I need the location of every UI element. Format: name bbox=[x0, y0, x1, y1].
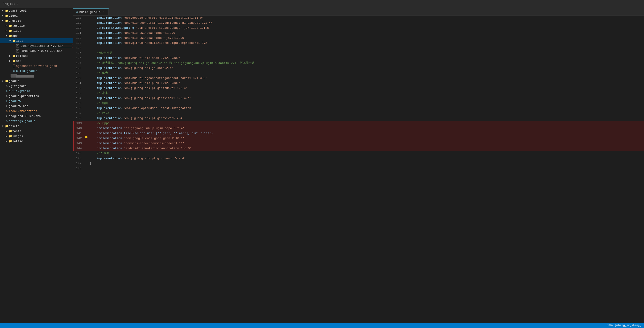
line-content-125: //华为扫描 bbox=[88, 51, 644, 56]
code-row-142: 142 implementation 'com.google.code.gson… bbox=[73, 136, 644, 141]
tree-item-assets[interactable]: ▼📁assets bbox=[0, 124, 73, 129]
line-number-141: 141 bbox=[74, 131, 84, 136]
tree-item-settings_gradle[interactable]: ⚙settings.gradle bbox=[0, 119, 73, 124]
project-title[interactable]: Project ▾ bbox=[3, 2, 18, 6]
code-row-148: 148 bbox=[73, 166, 644, 171]
tree-item-dart_tool[interactable]: ▶📁.dart_tool bbox=[0, 8, 73, 13]
line-number-126: 126 bbox=[73, 56, 84, 61]
tree-icon-agconnect: {} bbox=[12, 64, 16, 67]
tree-arrow-libs[interactable]: ▼ bbox=[8, 40, 12, 42]
tree-arrow-app[interactable]: ▼ bbox=[4, 35, 8, 37]
project-label: Project bbox=[3, 2, 15, 6]
code-row-122: 122 implementation 'androidx.window:wind… bbox=[73, 36, 644, 41]
line-number-140: 140 bbox=[74, 126, 84, 131]
line-number-123: 123 bbox=[73, 41, 84, 46]
tree-item-idea_root[interactable]: ▶📁.idea bbox=[0, 13, 73, 18]
line-content-146: implementation 'cn.jiguang.sdk.plugin:ho… bbox=[88, 156, 644, 161]
tree-item-hipush[interactable]: AHiPushSDK-7.0.61.302.aar bbox=[0, 48, 73, 53]
tree-icon-src: 📁 bbox=[12, 59, 16, 63]
editor-content[interactable]: 118 implementation 'com.google.android.m… bbox=[73, 15, 644, 323]
tree-arrow-images[interactable]: ▶ bbox=[4, 135, 8, 138]
tree-item-build_gradle_app[interactable]: ⚙build.gradle bbox=[0, 68, 73, 73]
tree-arrow-src[interactable]: ▶ bbox=[8, 59, 12, 62]
line-number-119: 119 bbox=[73, 20, 84, 25]
tree-item-com_heytap[interactable]: Acom.heytap.msp_3.4.0.aar bbox=[0, 43, 73, 48]
tree-item-proguard[interactable]: ≡proguard-rules.pro bbox=[0, 114, 73, 119]
line-number-145: 145 bbox=[73, 151, 84, 156]
tree-label-gradle_android: .gradle bbox=[12, 24, 73, 28]
line-content-142: implementation 'com.google.code.gson:gso… bbox=[88, 136, 644, 141]
tree-item-build_gradle_root[interactable]: ⚙build.gradle bbox=[0, 89, 73, 94]
sidebar: ▶📁.dart_tool▶📁.idea▼📁android▶📁.gradle▶📁.… bbox=[0, 8, 73, 323]
tree-icon-gradle_properties: ⚙ bbox=[4, 94, 9, 98]
tree-icon-gradle_android: 📁 bbox=[8, 24, 12, 28]
line-number-137: 137 bbox=[73, 111, 84, 116]
tree-item-fonts[interactable]: ▶📁fonts bbox=[0, 129, 73, 134]
tree-item-libs[interactable]: ▼📁libs bbox=[0, 38, 73, 43]
line-content-145: /// 荣耀 bbox=[88, 151, 644, 156]
tree-item-app_extra[interactable]: ████████████████ bbox=[0, 73, 73, 78]
tree-icon-images: 📁 bbox=[8, 135, 12, 138]
tree-item-gradle_properties[interactable]: ⚙gradle.properties bbox=[0, 94, 73, 99]
tree-arrow-android[interactable]: ▼ bbox=[1, 20, 4, 22]
tree-arrow-gradle_root[interactable]: ▶ bbox=[1, 80, 4, 82]
line-number-139: 139 bbox=[74, 121, 84, 126]
line-number-129: 129 bbox=[73, 71, 84, 76]
build-gradle-tab[interactable]: ⚙ build.gradle × bbox=[73, 8, 109, 15]
tree-icon-libs: 📁 bbox=[12, 39, 16, 43]
line-content-119: implementation 'androidx.constraintlayou… bbox=[88, 20, 644, 25]
tree-arrow-idea_android[interactable]: ▶ bbox=[4, 29, 8, 32]
tree-label-app: app bbox=[12, 34, 73, 38]
code-row-121: 121 implementation 'androidx.window:wind… bbox=[73, 30, 644, 36]
code-row-127: 127 // 极光推送 'cn.jiguang.sdk:jpush:5.2.4'… bbox=[73, 61, 644, 66]
project-dropdown-icon[interactable]: ▾ bbox=[17, 2, 18, 5]
code-row-128: 128 implementation 'cn.jiguang.sdk:jpush… bbox=[73, 66, 644, 71]
tree-item-gradlew[interactable]: ≡gradlew bbox=[0, 99, 73, 104]
tree-arrow-gradle_android[interactable]: ▶ bbox=[4, 24, 8, 27]
tree-item-android[interactable]: ▼📁android bbox=[0, 18, 73, 23]
tree-item-idea_android[interactable]: ▶📁.idea bbox=[0, 28, 73, 33]
line-content-143: implementation 'commons-codec:commons-co… bbox=[88, 141, 644, 146]
tree-arrow-lottie[interactable]: ▶ bbox=[4, 140, 8, 143]
tree-item-src[interactable]: ▶📁src bbox=[0, 58, 73, 63]
tree-item-app[interactable]: ▼📁app bbox=[0, 33, 73, 38]
tree-arrow-assets[interactable]: ▼ bbox=[1, 125, 4, 128]
tree-icon-gradlew_bat: ≡ bbox=[4, 105, 9, 107]
code-row-138: 138 implementation 'cn.jiguang.sdk.plugi… bbox=[73, 116, 644, 121]
tree-arrow-fonts[interactable]: ▶ bbox=[4, 130, 8, 133]
tree-icon-com_heytap: A bbox=[16, 44, 20, 47]
tab-close-button[interactable]: × bbox=[102, 10, 105, 14]
tree-item-gradlew_bat[interactable]: ≡gradlew.bat bbox=[0, 104, 73, 109]
tree-item-lottie[interactable]: ▶📁lottie bbox=[0, 139, 73, 144]
gradle-tab-icon: ⚙ bbox=[76, 10, 78, 14]
code-row-131: 131 implementation 'com.huawei.hms:push:… bbox=[73, 81, 644, 86]
tree-item-local_properties[interactable]: ⚙local.properties bbox=[0, 109, 73, 114]
tree-item-gitignore[interactable]: ◎.gitignore bbox=[0, 83, 73, 89]
line-number-147: 147 bbox=[73, 161, 84, 166]
tree-item-agconnect[interactable]: {}agconnect-services.json bbox=[0, 63, 73, 68]
tree-label-agconnect: agconnect-services.json bbox=[16, 64, 73, 68]
tree-item-release[interactable]: ▶📁release bbox=[0, 53, 73, 58]
tree-item-gradle_root[interactable]: ▶📁gradle bbox=[0, 78, 73, 83]
line-content-141: implementation fileTree(include: ['*.jar… bbox=[88, 131, 644, 136]
line-number-134: 134 bbox=[73, 96, 84, 101]
line-content-136: implementation 'com.amap.api:3dmap:lates… bbox=[88, 106, 644, 111]
tree-label-build_gradle_root: build.gradle bbox=[9, 89, 73, 93]
line-number-146: 146 bbox=[73, 156, 84, 161]
tree-label-gradle_root: gradle bbox=[9, 79, 73, 83]
gutter-142 bbox=[84, 136, 88, 138]
code-row-130: 130 implementation 'com.huawei.agconnect… bbox=[73, 76, 644, 81]
tree-label-gitignore: .gitignore bbox=[9, 84, 73, 88]
status-bar: CSDN @sheng_er_sheng_ bbox=[0, 323, 644, 328]
code-row-134: 134 implementation 'cn.jiguang.sdk.plugi… bbox=[73, 96, 644, 101]
line-content-129: // 华为 bbox=[88, 71, 644, 76]
tree-arrow-idea_root[interactable]: ▶ bbox=[1, 14, 4, 17]
tree-item-images[interactable]: ▶📁images bbox=[0, 134, 73, 139]
tree-item-gradle_android[interactable]: ▶📁.gradle bbox=[0, 23, 73, 28]
code-row-136: 136 implementation 'com.amap.api:3dmap:l… bbox=[73, 106, 644, 111]
line-number-128: 128 bbox=[73, 66, 84, 71]
line-content-126: implementation 'com.huawei.hms:scan:2.12… bbox=[88, 56, 644, 61]
tree-arrow-release[interactable]: ▶ bbox=[8, 54, 12, 57]
tree-arrow-dart_tool[interactable]: ▶ bbox=[1, 9, 4, 12]
line-number-130: 130 bbox=[73, 76, 84, 81]
